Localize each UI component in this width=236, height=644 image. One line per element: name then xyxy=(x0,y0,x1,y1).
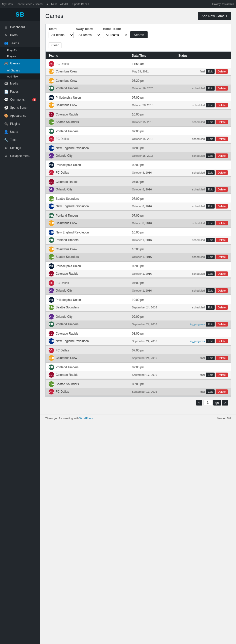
edit-button[interactable]: Edit xyxy=(206,288,215,293)
game-time: 09:00 pm xyxy=(129,312,175,320)
edit-button[interactable]: Edit xyxy=(206,305,215,310)
search-button[interactable]: Search xyxy=(130,31,148,38)
edit-button[interactable]: Edit xyxy=(206,69,215,74)
edit-button[interactable]: Edit xyxy=(206,170,215,175)
sidebar-item-tools[interactable]: 🔧 Tools xyxy=(0,136,40,144)
sidebar-item-collapse[interactable]: « Collapse menu xyxy=(0,152,40,160)
delete-button[interactable]: Delete xyxy=(216,271,228,276)
edit-button[interactable]: Edit xyxy=(206,238,215,242)
team2-logo: CLB xyxy=(49,102,54,108)
sidebar-item-players[interactable]: Players xyxy=(0,53,40,59)
users-icon: 👤 xyxy=(4,130,8,134)
team2-cell: NER New England Revolution xyxy=(46,203,129,210)
edit-button[interactable]: Edit xyxy=(206,389,215,394)
edit-button[interactable]: Edit xyxy=(206,373,215,377)
table-row: NER New England Revolution October 8, 20… xyxy=(46,203,231,210)
adminbar-bench[interactable]: Sports Bench - Soccer xyxy=(16,3,43,6)
delete-button[interactable]: Delete xyxy=(216,373,228,377)
adminbar-counter: ● xyxy=(46,3,48,6)
delete-button[interactable]: Delete xyxy=(216,120,228,124)
delete-button[interactable]: Delete xyxy=(216,103,228,107)
team1-cell: PTL Portland Timbers xyxy=(46,211,129,219)
game-status: scheduled xyxy=(192,255,205,258)
edit-button[interactable]: Edit xyxy=(206,137,215,141)
game-date: October 1, 2016 xyxy=(129,270,175,277)
edit-button[interactable]: Edit xyxy=(206,339,215,343)
team2-logo: PTL xyxy=(49,321,54,327)
edit-button[interactable]: Edit xyxy=(206,221,215,225)
sidebar-item-pages[interactable]: 📄 Pages xyxy=(0,88,40,96)
content-area: Games Add New Game + Team: All Teams Awa… xyxy=(40,8,236,413)
delete-button[interactable]: Delete xyxy=(216,339,228,343)
sidebar-item-games[interactable]: 🎮 Games xyxy=(0,59,40,67)
delete-button[interactable]: Delete xyxy=(216,305,228,310)
sidebar-item-dashboard[interactable]: ⊞ Dashboard xyxy=(0,23,40,31)
sidebar-item-teams[interactable]: 👥 Teams xyxy=(0,39,40,47)
go-button[interactable]: go xyxy=(213,400,221,406)
team1-cell: PHI Philadelphia Union xyxy=(46,295,129,304)
sidebar-item-settings[interactable]: ⚙ Settings xyxy=(0,144,40,152)
sidebar-item-plugins[interactable]: 🔌 Plugins xyxy=(0,120,40,128)
table-row: PHI Philadelphia Union 09:00 pm xyxy=(46,160,231,169)
team2-cell: CLB Columbus Crew xyxy=(46,101,129,109)
delete-button[interactable]: Delete xyxy=(216,221,228,225)
edit-button[interactable]: Edit xyxy=(206,187,215,192)
sidebar-item-users[interactable]: 👤 Users xyxy=(0,128,40,136)
table-row: PHI Philadelphia Union 07:00 pm xyxy=(46,93,231,101)
status-actions-cell xyxy=(175,380,231,388)
team1-cell: ORL Orlando City xyxy=(46,312,129,320)
edit-button[interactable]: Edit xyxy=(206,255,215,259)
delete-button[interactable]: Delete xyxy=(216,204,228,209)
prev-page-button[interactable]: < xyxy=(196,400,202,406)
adminbar-cli[interactable]: WP-CLI xyxy=(60,3,70,6)
edit-button[interactable]: Edit xyxy=(206,356,215,360)
team2-logo: ORL xyxy=(49,187,54,192)
page-number-input[interactable] xyxy=(203,400,212,405)
sidebar-item-comments[interactable]: 💬 Comments 8 xyxy=(0,96,40,104)
adminbar-mysites[interactable]: My Sites xyxy=(2,3,13,6)
table-row: DAL FC Dallas September 17, 2016 final E… xyxy=(46,388,231,395)
edit-button[interactable]: Edit xyxy=(206,86,215,91)
delete-button[interactable]: Delete xyxy=(216,170,228,175)
team2-cell: ORL Orlando City xyxy=(46,152,129,159)
comments-icon: 💬 xyxy=(4,98,8,102)
delete-button[interactable]: Delete xyxy=(216,255,228,259)
game-actions: scheduled Edit Delete xyxy=(175,152,231,159)
edit-button[interactable]: Edit xyxy=(206,153,215,158)
sidebar-item-media[interactable]: 🖼 Media xyxy=(0,79,40,88)
edit-button[interactable]: Edit xyxy=(206,271,215,276)
delete-button[interactable]: Delete xyxy=(216,153,228,158)
edit-button[interactable]: Edit xyxy=(206,103,215,107)
delete-button[interactable]: Delete xyxy=(216,356,228,360)
game-status: scheduled xyxy=(192,188,205,191)
delete-button[interactable]: Delete xyxy=(216,288,228,293)
sidebar-item-appearance[interactable]: 🎨 Appearance xyxy=(0,112,40,120)
adminbar-new[interactable]: New xyxy=(51,3,57,6)
sidebar-item-all-games[interactable]: All Games xyxy=(0,67,40,73)
sidebar-item-sports-bench[interactable]: ⚽ Sports Bench xyxy=(0,104,40,112)
next-page-button[interactable]: > xyxy=(222,400,228,406)
delete-button[interactable]: Delete xyxy=(216,69,228,74)
delete-button[interactable]: Delete xyxy=(216,238,228,242)
clear-button[interactable]: Clear xyxy=(49,42,61,48)
adminbar-sports-bench[interactable]: Sports Bench xyxy=(72,3,89,6)
table-row: SEA Seattle Sounders October 1, 2016 sch… xyxy=(46,253,231,261)
team-filter-select[interactable]: All Teams xyxy=(49,32,74,38)
away-team-filter-select[interactable]: All Teams xyxy=(76,32,101,38)
delete-button[interactable]: Delete xyxy=(216,389,228,394)
home-team-filter-select[interactable]: All Teams xyxy=(103,32,128,38)
team1-name: Colorado Rapids xyxy=(56,180,78,184)
delete-button[interactable]: Delete xyxy=(216,322,228,327)
wordpress-link[interactable]: WordPress xyxy=(79,417,93,420)
sidebar-item-playoffs[interactable]: Playoffs xyxy=(0,47,40,53)
delete-button[interactable]: Delete xyxy=(216,137,228,141)
sidebar-item-add-new[interactable]: Add New xyxy=(0,73,40,79)
delete-button[interactable]: Delete xyxy=(216,187,228,192)
edit-button[interactable]: Edit xyxy=(206,322,215,327)
edit-button[interactable]: Edit xyxy=(206,204,215,209)
game-date: October 15, 2016 xyxy=(129,118,175,126)
add-new-game-button[interactable]: Add New Game + xyxy=(198,12,231,20)
delete-button[interactable]: Delete xyxy=(216,86,228,91)
edit-button[interactable]: Edit xyxy=(206,120,215,124)
sidebar-item-posts[interactable]: ✎ Posts xyxy=(0,31,40,39)
